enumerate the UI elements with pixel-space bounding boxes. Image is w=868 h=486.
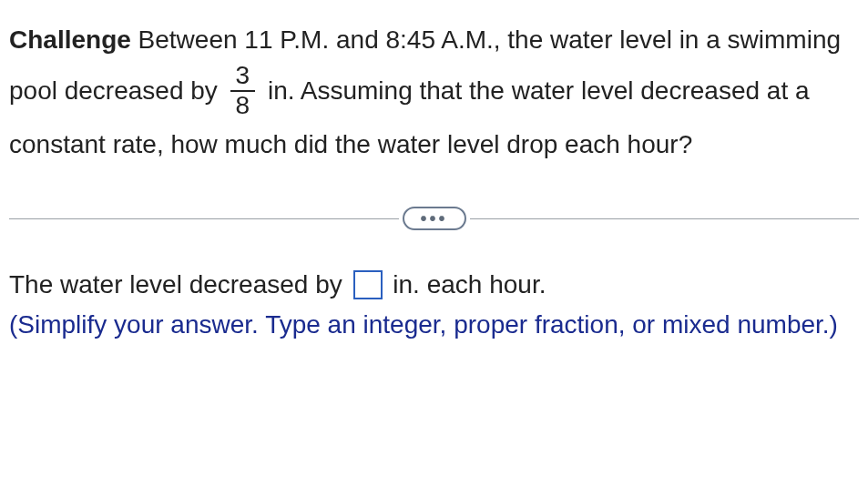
problem-statement: Challenge Between 11 P.M. and 8:45 A.M.,…: [9, 16, 859, 168]
section-divider: •••: [9, 207, 859, 230]
answer-prefix: The water level decreased by: [9, 270, 350, 299]
divider-line-right: [470, 218, 860, 219]
fraction-denominator: 8: [230, 92, 256, 120]
fraction-three-eighths: 38: [230, 62, 256, 120]
answer-suffix: in. each hour.: [386, 270, 546, 299]
challenge-label: Challenge: [9, 25, 131, 54]
answer-section: The water level decreased by in. each ho…: [9, 265, 859, 344]
divider-line-left: [9, 218, 399, 219]
fraction-numerator: 3: [230, 62, 256, 92]
answer-line: The water level decreased by in. each ho…: [9, 265, 859, 304]
answer-input[interactable]: [353, 270, 383, 299]
expand-button[interactable]: •••: [403, 207, 466, 230]
answer-instruction: (Simplify your answer. Type an integer, …: [9, 305, 859, 344]
